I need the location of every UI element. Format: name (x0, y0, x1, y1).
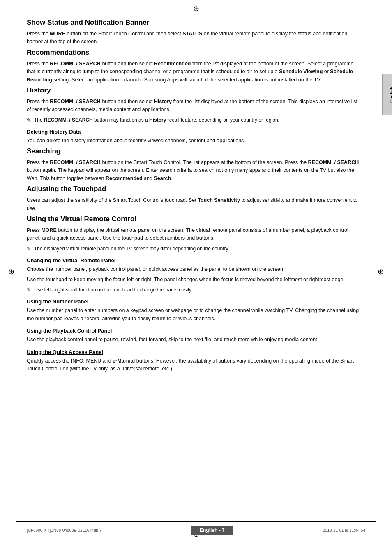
section-virtual-remote: Using the Virtual Remote Control Press M… (27, 215, 361, 373)
history-title: History (27, 86, 361, 95)
english-tab-label: English (389, 86, 392, 103)
section-recommendations: Recommendations Press the RECOMM. / SEAR… (27, 49, 361, 84)
virtual-remote-title: Using the Virtual Remote Control (27, 215, 361, 223)
recommendations-body: Press the RECOMM. / SEARCH button and th… (27, 60, 361, 84)
section-adjusting-touchpad: Adjusting the Touchpad Users can adjust … (27, 185, 361, 213)
searching-title: Searching (27, 147, 361, 155)
changing-virtual-remote-title: Changing the Virtual Remote Panel (27, 257, 361, 263)
footer-right-text: 2013-11-01 ⊠ 11:44:54 (323, 528, 365, 533)
english-tab: English (382, 74, 392, 115)
changing-virtual-remote-body1: Choose the number panel, playback contro… (27, 266, 361, 273)
changing-virtual-remote-body2: Use the touchpad to keep moving the focu… (27, 276, 361, 284)
main-content: Show Status and Notification Banner Pres… (27, 18, 361, 514)
using-number-panel-body: Use the number panel to enter numbers on… (27, 307, 361, 323)
footer-left-text: [UF8500-XH]BN68-04803E-02L16.indb 7 (27, 528, 101, 533)
virtual-remote-note: The displayed virtual remote panel on th… (34, 245, 361, 252)
adjusting-touchpad-title: Adjusting the Touchpad (27, 185, 361, 193)
section-searching: Searching Press the RECOMM. / SEARCH but… (27, 147, 361, 183)
using-quick-access-body: Quickly access the INFO, MENU and e-Manu… (27, 357, 361, 373)
changing-virtual-remote-note: Use left / right scroll function on the … (34, 286, 361, 293)
virtual-remote-body: Press MORE button to display the virtual… (27, 226, 361, 243)
show-status-body: Press the MORE button on the Smart Touch… (27, 30, 361, 46)
section-history: History Press the RECOMM. / SEARCH butto… (27, 86, 361, 145)
reg-mark-left: ⊕ (8, 267, 14, 276)
using-playback-panel-body: Use the playback control panel to pause,… (27, 336, 361, 344)
page: ⊕ ⊕ ⊕ ⊕ English Show Status and Notifica… (0, 0, 392, 543)
top-border (16, 12, 376, 12)
reg-mark-right: ⊕ (378, 267, 384, 276)
page-footer: [UF8500-XH]BN68-04803E-02L16.indb 7 Engl… (0, 526, 392, 535)
history-body: Press the RECOMM. / SEARCH button and th… (27, 98, 361, 114)
history-note: The RECOMM. / SEARCH button may function… (34, 116, 361, 124)
footer-page-number: English - 7 (191, 526, 233, 535)
adjusting-touchpad-body: Users can adjust the sensitivity of the … (27, 196, 361, 213)
deleting-history-title: Deleting History Data (27, 129, 361, 135)
section-show-status: Show Status and Notification Banner Pres… (27, 18, 361, 46)
deleting-history-body: You can delete the history information a… (27, 137, 361, 145)
using-quick-access-title: Using the Quick Access Panel (27, 349, 361, 355)
using-playback-panel-title: Using the Playback Control Panel (27, 328, 361, 334)
searching-body: Press the RECOMM. / SEARCH button on the… (27, 159, 361, 183)
show-status-title: Show Status and Notification Banner (27, 18, 361, 27)
bottom-border (16, 521, 376, 522)
using-number-panel-title: Using the Number Panel (27, 298, 361, 305)
recommendations-title: Recommendations (27, 49, 361, 57)
